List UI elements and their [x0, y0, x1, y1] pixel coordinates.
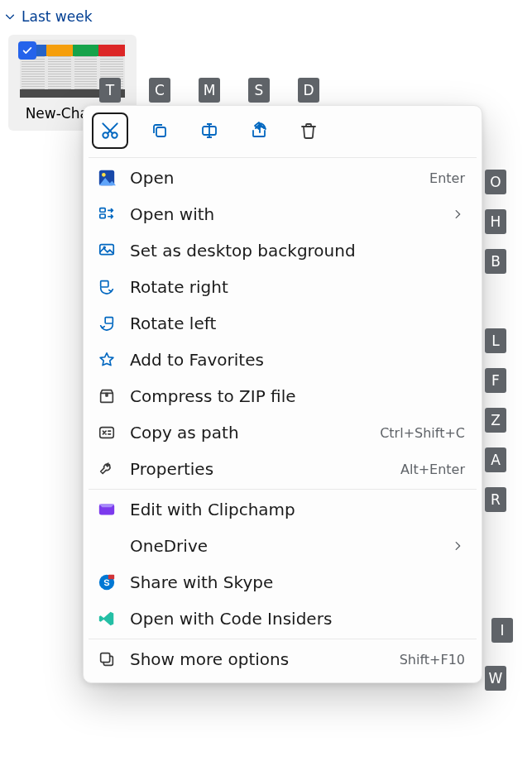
svg-rect-12 [101, 393, 113, 402]
menu-label: Open with [130, 204, 437, 224]
rename-button[interactable] [191, 112, 228, 149]
access-key-hint: I [491, 618, 513, 643]
clipchamp-icon [97, 500, 117, 519]
svg-rect-17 [101, 653, 110, 663]
access-key-hint: F [485, 368, 506, 393]
menu-copy-path[interactable]: Copy as path Ctrl+Shift+C [89, 414, 477, 451]
svg-rect-16 [108, 575, 114, 580]
copy-path-icon [97, 423, 117, 443]
scissors-icon [99, 120, 121, 141]
menu-properties[interactable]: Properties Alt+Enter [89, 451, 477, 487]
menu-label: Properties [130, 459, 387, 479]
menu-open-code-insiders[interactable]: Open with Code Insiders [89, 601, 477, 637]
desktop-background-icon [97, 241, 117, 261]
menu-label: Share with Skype [130, 572, 465, 592]
menu-show-more[interactable]: Show more options Shift+F10 [89, 641, 477, 677]
more-options-icon [97, 649, 117, 669]
menu-open-with[interactable]: Open with [89, 196, 477, 232]
access-key-hint: Z [485, 408, 506, 433]
share-icon [249, 121, 269, 141]
menu-label: Open [130, 168, 416, 188]
menu-label: Set as desktop background [130, 241, 465, 261]
menu-label: Rotate right [130, 277, 465, 297]
menu-accelerator: Alt+Enter [400, 462, 465, 477]
menu-label: Copy as path [130, 423, 367, 443]
chevron-right-icon [450, 208, 465, 220]
menu-label: Compress to ZIP file [130, 386, 465, 406]
photos-app-icon [97, 168, 117, 188]
access-key-hint: B [485, 249, 506, 274]
svg-rect-2 [156, 127, 165, 136]
access-key-hint: C [149, 78, 170, 103]
access-key-hint: L [485, 328, 506, 353]
access-key-hint: S [248, 78, 270, 103]
menu-accelerator: Shift+F10 [400, 652, 465, 668]
menu-onedrive[interactable]: OneDrive [89, 528, 477, 564]
cut-button[interactable] [92, 112, 128, 149]
access-key-hint: R [485, 487, 506, 512]
access-key-hint: M [199, 78, 220, 103]
trash-icon [299, 121, 319, 141]
svg-point-9 [103, 246, 105, 248]
access-key-hint: D [298, 78, 319, 103]
open-with-icon [97, 204, 117, 224]
menu-label: Rotate left [130, 313, 465, 333]
vscode-insiders-icon [97, 609, 117, 629]
skype-icon [97, 572, 117, 592]
svg-point-5 [102, 173, 106, 177]
copy-icon [150, 121, 170, 141]
menu-label: OneDrive [130, 536, 437, 556]
group-label: Last week [22, 8, 92, 25]
menu-set-background[interactable]: Set as desktop background [89, 232, 477, 269]
svg-rect-6 [100, 208, 105, 213]
menu-compress-zip[interactable]: Compress to ZIP file [89, 378, 477, 414]
chevron-down-icon [3, 10, 17, 23]
svg-rect-10 [101, 281, 108, 287]
blank-icon [97, 536, 117, 556]
menu-rotate-left[interactable]: Rotate left [89, 305, 477, 342]
chevron-right-icon [450, 540, 465, 552]
menu-label: Open with Code Insiders [130, 609, 465, 629]
rename-icon [199, 121, 219, 141]
group-header[interactable]: Last week [0, 0, 532, 33]
share-button[interactable] [241, 112, 277, 149]
access-key-hint: A [485, 447, 506, 472]
context-menu: Open Enter Open with Set as desktop back… [83, 105, 482, 683]
delete-button[interactable] [290, 112, 327, 149]
star-icon [97, 350, 117, 370]
menu-rotate-right[interactable]: Rotate right [89, 269, 477, 305]
svg-rect-11 [105, 318, 113, 323]
access-key-hint: T [99, 78, 121, 103]
menu-open[interactable]: Open Enter [89, 160, 477, 196]
menu-accelerator: Enter [429, 170, 465, 186]
wrench-icon [97, 459, 117, 479]
rotate-left-icon [97, 313, 117, 333]
separator [89, 639, 477, 639]
zip-icon [97, 386, 117, 406]
toolbar-row [89, 111, 477, 156]
svg-rect-13 [100, 428, 114, 438]
menu-label: Add to Favorites [130, 350, 465, 370]
access-key-hint: W [485, 666, 506, 691]
separator [89, 157, 477, 158]
rotate-right-icon [97, 277, 117, 297]
access-key-hint: H [485, 209, 506, 234]
menu-edit-clipchamp[interactable]: Edit with Clipchamp [89, 491, 477, 528]
svg-rect-7 [100, 214, 105, 218]
menu-label: Show more options [130, 649, 386, 669]
menu-share-skype[interactable]: Share with Skype [89, 564, 477, 601]
access-key-hint: O [485, 170, 506, 194]
copy-button[interactable] [141, 112, 178, 149]
separator [89, 489, 477, 490]
menu-accelerator: Ctrl+Shift+C [380, 425, 465, 441]
menu-add-favorites[interactable]: Add to Favorites [89, 342, 477, 378]
selection-checkmark-icon [18, 41, 36, 60]
menu-label: Edit with Clipchamp [130, 500, 465, 519]
